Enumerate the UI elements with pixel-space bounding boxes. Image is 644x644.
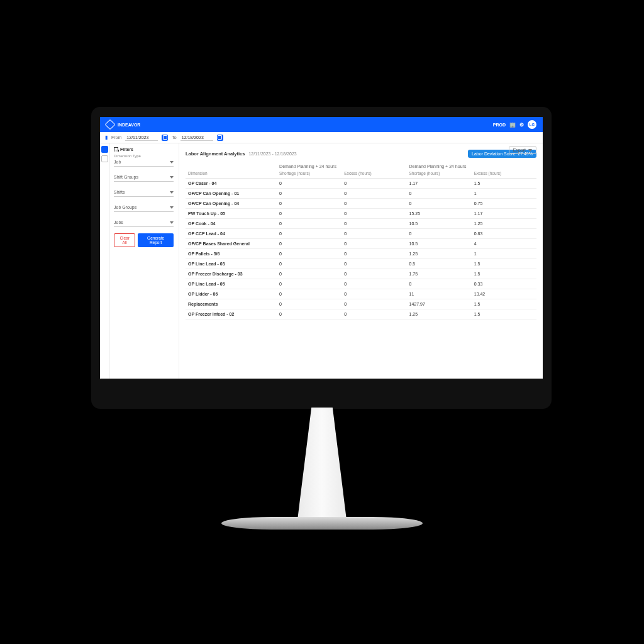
- cell-shortage-a: 0: [277, 249, 341, 259]
- table-row[interactable]: OP/CP Can Opening - 040000.75: [186, 199, 536, 209]
- chevron-down-icon: [170, 191, 174, 194]
- table-row[interactable]: PW Touch Up - 050015.251.17: [186, 209, 536, 219]
- report-title: Labor Alignment Analytics: [186, 151, 245, 157]
- tenant-label: PROD: [493, 123, 506, 127]
- app-screen: INDEAVOR PROD 🏢 ⚙ LG ▮ From To: [100, 117, 543, 379]
- building-icon[interactable]: 🏢: [509, 122, 516, 128]
- cell-dimension: OP/CP Bases Shared General: [186, 239, 277, 249]
- cell-excess-b: 1: [472, 189, 536, 199]
- export-button[interactable]: Export: [509, 146, 536, 154]
- rail-analytics-icon[interactable]: [101, 146, 108, 153]
- cell-shortage-a: 0: [277, 179, 341, 189]
- calendar-icon[interactable]: [217, 135, 223, 141]
- cell-excess-a: 0: [341, 219, 406, 229]
- job-groups-select[interactable]: Job Groups: [114, 203, 174, 212]
- clear-all-button[interactable]: Clear All: [114, 233, 135, 247]
- cell-excess-a: 0: [341, 229, 406, 239]
- monitor-frame: INDEAVOR PROD 🏢 ⚙ LG ▮ From To: [91, 107, 552, 409]
- cell-shortage-a: 0: [277, 269, 341, 279]
- jobs-select[interactable]: Jobs: [114, 218, 174, 227]
- cell-dimension: OP Freezer Infeed - 02: [186, 309, 277, 319]
- cell-shortage-b: 10.5: [407, 239, 472, 249]
- nav-rail: [100, 143, 110, 379]
- cell-excess-b: 0.83: [472, 229, 536, 239]
- chevron-down-icon: [528, 149, 532, 152]
- cell-dimension: OP Cook - 04: [186, 219, 277, 229]
- table-row[interactable]: OP Freezer Infeed - 02001.251.5: [186, 309, 536, 319]
- cell-shortage-a: 0: [277, 189, 341, 199]
- chevron-down-icon: [170, 206, 174, 209]
- cell-excess-b: 13.42: [472, 289, 536, 299]
- cell-shortage-b: 1.25: [407, 249, 472, 259]
- dimension-type-select[interactable]: Job: [114, 158, 174, 167]
- cell-excess-b: 1.25: [472, 219, 536, 229]
- cell-excess-b: 4: [472, 239, 536, 249]
- export-label: Export: [513, 148, 526, 152]
- from-date-input[interactable]: [125, 135, 158, 141]
- cell-shortage-b: 1.25: [407, 309, 472, 319]
- cell-shortage-a: 0: [277, 229, 341, 239]
- monitor-base: [221, 517, 423, 530]
- cell-excess-a: 0: [341, 289, 406, 299]
- brand-name: INDEAVOR: [118, 123, 140, 127]
- cell-excess-a: 0: [341, 189, 406, 199]
- cell-excess-b: 1.17: [472, 209, 536, 219]
- gear-icon[interactable]: ⚙: [519, 122, 524, 128]
- table-row[interactable]: OP/CP Can Opening - 010001: [186, 189, 536, 199]
- table-row[interactable]: OP Pallets - 5/6001.251: [186, 249, 536, 259]
- cell-shortage-a: 0: [277, 239, 341, 249]
- monitor-stand: [278, 408, 366, 521]
- col-dimension: Dimension: [186, 170, 277, 179]
- filters-title: Filters: [120, 147, 133, 152]
- cell-excess-a: 0: [341, 179, 406, 189]
- cell-shortage-b: 1427.97: [407, 299, 472, 309]
- select-label: Job Groups: [114, 205, 136, 209]
- cell-shortage-b: 0.5: [407, 259, 472, 269]
- table-row[interactable]: OP Line Lead - 03000.51.5: [186, 259, 536, 269]
- cell-excess-b: 1: [472, 249, 536, 259]
- table-row[interactable]: OP Line Lead - 050000.33: [186, 279, 536, 289]
- table-row[interactable]: OP Lidder - 06001113.42: [186, 289, 536, 299]
- cell-dimension: OP CCP Lead - 04: [186, 229, 277, 239]
- cell-shortage-b: 0: [407, 199, 472, 209]
- select-label: Shifts: [114, 190, 125, 194]
- calendar-icon[interactable]: [162, 135, 168, 141]
- cell-shortage-a: 0: [277, 279, 341, 289]
- from-label: From: [111, 135, 121, 140]
- table-row[interactable]: OP CCP Lead - 040000.83: [186, 229, 536, 239]
- to-date-input[interactable]: [180, 135, 213, 141]
- table-row[interactable]: OP Caser - 04001.171.5: [186, 179, 536, 189]
- cell-excess-b: 0.75: [472, 199, 536, 209]
- avatar[interactable]: LG: [528, 120, 536, 129]
- table-row[interactable]: Replacements001427.971.5: [186, 299, 536, 309]
- col-excess-a: Excess (hours): [341, 170, 406, 179]
- cell-excess-b: 0.33: [472, 279, 536, 289]
- cell-dimension: OP Line Lead - 05: [186, 279, 277, 289]
- cell-dimension: OP/CP Can Opening - 04: [186, 199, 277, 209]
- cell-excess-a: 0: [341, 239, 406, 249]
- cell-dimension: OP Line Lead - 03: [186, 259, 277, 269]
- cell-excess-b: 1.5: [472, 179, 536, 189]
- table-row[interactable]: OP/CP Bases Shared General0010.54: [186, 239, 536, 249]
- filter-icon: [114, 147, 118, 152]
- generate-report-button[interactable]: Generate Report: [138, 233, 174, 247]
- cell-excess-a: 0: [341, 309, 406, 319]
- shift-groups-select[interactable]: Shift Groups: [114, 173, 174, 182]
- shifts-select[interactable]: Shifts: [114, 188, 174, 197]
- cell-excess-a: 0: [341, 199, 406, 209]
- table-row[interactable]: OP Cook - 040010.51.25: [186, 219, 536, 229]
- col-shortage-a: Shortage (hours): [277, 170, 341, 179]
- table-row[interactable]: OP Freezer Discharge - 03001.751.5: [186, 269, 536, 279]
- cell-excess-b: 1.5: [472, 269, 536, 279]
- cell-excess-a: 0: [341, 279, 406, 289]
- col-shortage-b: Shortage (hours): [407, 170, 472, 179]
- cell-shortage-a: 0: [277, 219, 341, 229]
- cell-shortage-a: 0: [277, 309, 341, 319]
- col-excess-b: Excess (hours): [472, 170, 536, 179]
- cell-excess-b: 1.5: [472, 309, 536, 319]
- cell-dimension: PW Touch Up - 05: [186, 209, 277, 219]
- rail-secondary-icon[interactable]: [101, 155, 108, 162]
- filters-panel: Filters Dimension Type Job Shift Groups …: [110, 143, 179, 379]
- cell-shortage-b: 10.5: [407, 219, 472, 229]
- cell-excess-a: 0: [341, 299, 406, 309]
